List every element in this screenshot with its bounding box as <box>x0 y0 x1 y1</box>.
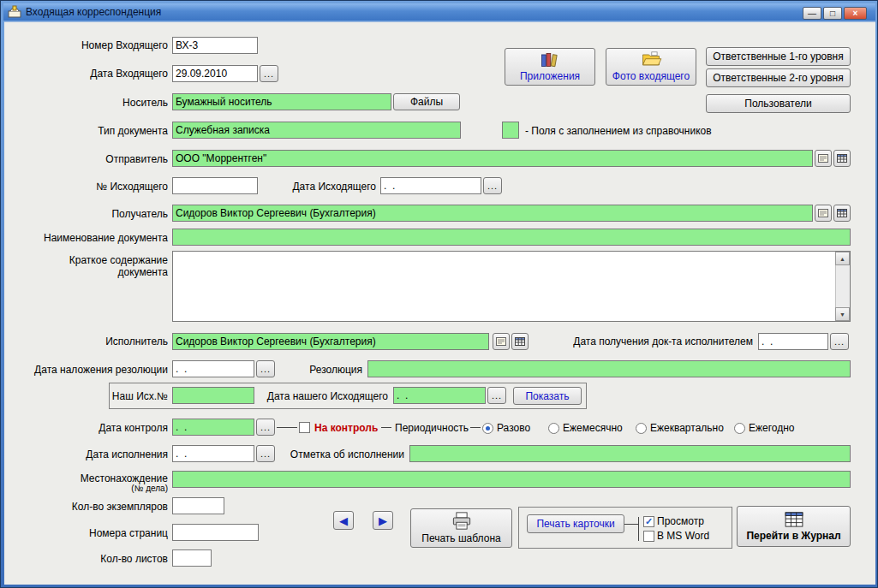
scroll-up-button[interactable]: ▲ <box>835 252 850 265</box>
connector-line <box>470 427 481 428</box>
medium-label: Носитель <box>122 97 168 109</box>
execution-date-browse-button[interactable]: ... <box>256 445 275 462</box>
periodicity-option-quarterly-label[interactable]: Ежеквартально <box>650 422 724 434</box>
next-record-button[interactable]: ▶ <box>373 511 393 530</box>
page-numbers-input[interactable] <box>172 524 259 541</box>
execution-date-input[interactable] <box>172 445 254 462</box>
show-button[interactable]: Показать <box>513 387 582 405</box>
outgoing-date-label: Дата Исходящего <box>292 181 376 193</box>
preview-checkbox[interactable]: ✓ <box>643 516 654 527</box>
copies-count-input[interactable] <box>172 497 224 514</box>
print-template-button-label: Печать шаблона <box>421 532 500 544</box>
attachments-button[interactable]: Приложения <box>505 48 595 86</box>
sender-table-button[interactable] <box>833 150 851 167</box>
folder-photo-icon <box>638 51 664 68</box>
right-arrow-icon: ▶ <box>379 514 387 527</box>
outgoing-date-browse-button[interactable]: ... <box>483 177 502 194</box>
preview-checkbox-label[interactable]: Просмотр <box>657 515 704 527</box>
close-button[interactable]: × <box>844 7 867 20</box>
connector-line <box>381 427 391 428</box>
incoming-date-browse-button[interactable]: ... <box>260 65 278 82</box>
connector-line <box>277 427 297 428</box>
incoming-date-input[interactable] <box>172 65 258 82</box>
responsible-level1-button[interactable]: Ответственные 1-го уровня <box>706 47 851 66</box>
outgoing-date-input[interactable] <box>380 177 481 194</box>
radio-dot-icon <box>486 426 490 431</box>
location-input[interactable] <box>172 471 851 488</box>
summary-textarea[interactable]: ▲ ▼ <box>172 251 851 322</box>
recipient-table-button[interactable] <box>833 205 851 222</box>
sender-input[interactable] <box>172 150 813 167</box>
executor-received-date-input[interactable] <box>758 333 828 350</box>
outgoing-number-input[interactable] <box>172 177 258 194</box>
users-button[interactable]: Пользователи <box>706 94 851 113</box>
execution-date-label: Дата исполнения <box>86 448 168 460</box>
control-date-browse-button[interactable]: ... <box>256 419 275 436</box>
table-icon <box>836 152 848 164</box>
doc-type-input[interactable] <box>172 122 461 139</box>
resolution-date-browse-button[interactable]: ... <box>256 360 275 377</box>
photo-button[interactable]: Фото входящего <box>606 48 696 86</box>
recipient-card-button[interactable] <box>815 205 832 222</box>
legend-color-swatch <box>502 122 519 139</box>
books-icon <box>537 51 563 68</box>
responsible-level2-button[interactable]: Ответственные 2-го уровня <box>706 68 851 87</box>
recipient-input[interactable] <box>172 205 813 222</box>
card-icon <box>817 152 829 164</box>
location-label: Местонахождение <box>81 472 168 484</box>
resolution-input[interactable] <box>367 360 851 377</box>
doc-title-input[interactable] <box>172 229 851 246</box>
print-card-button[interactable]: Печать карточки <box>527 514 624 533</box>
periodicity-option-yearly-label[interactable]: Ежегодно <box>749 422 795 434</box>
attachments-button-label: Приложения <box>520 70 580 82</box>
minimize-button[interactable]: — <box>803 7 821 20</box>
executor-table-button[interactable] <box>511 333 529 350</box>
summary-label-line1: Краткое содержание <box>69 254 168 266</box>
periodicity-radio-monthly[interactable] <box>548 423 559 434</box>
executor-card-button[interactable] <box>493 333 510 350</box>
table-icon <box>836 207 848 219</box>
copies-count-label: Кол-во экземпляров <box>72 501 168 513</box>
periodicity-option-monthly-label[interactable]: Ежемесячно <box>563 422 623 434</box>
sheets-count-input[interactable] <box>172 549 212 567</box>
maximize-button[interactable]: □ <box>823 7 842 20</box>
sender-card-button[interactable] <box>815 150 832 167</box>
on-control-checkbox[interactable] <box>299 422 310 433</box>
incoming-number-input[interactable] <box>172 37 258 54</box>
control-date-input[interactable] <box>172 419 254 436</box>
executor-input[interactable] <box>172 333 489 350</box>
close-icon: × <box>853 9 858 18</box>
execution-mark-label: Отметка об исполнении <box>290 448 404 460</box>
goto-journal-button[interactable]: Перейти в Журнал <box>737 506 851 547</box>
sender-label: Отправитель <box>105 153 168 165</box>
scroll-down-button[interactable]: ▼ <box>835 307 850 321</box>
periodicity-radio-yearly[interactable] <box>734 423 745 434</box>
periodicity-radio-once[interactable] <box>482 423 493 434</box>
execution-mark-input[interactable] <box>409 445 851 462</box>
journal-grid-icon <box>784 512 804 527</box>
our-outgoing-date-browse-button[interactable]: ... <box>487 387 506 404</box>
executor-label: Исполнитель <box>105 336 168 347</box>
medium-input[interactable] <box>172 93 391 110</box>
our-outgoing-number-input[interactable] <box>172 387 254 404</box>
control-date-label: Дата контроля <box>99 422 168 434</box>
executor-received-date-browse-button[interactable]: ... <box>830 333 849 350</box>
scroll-down-icon: ▼ <box>839 312 845 318</box>
ms-word-checkbox[interactable] <box>643 531 654 542</box>
outgoing-number-label: № Исходящего <box>96 181 168 193</box>
connector-line <box>624 524 638 525</box>
card-icon <box>495 336 507 347</box>
minimize-icon: — <box>808 9 816 18</box>
periodicity-option-once-label[interactable]: Разово <box>497 422 530 434</box>
files-button[interactable]: Файлы <box>393 93 460 110</box>
executor-received-date-label: Дата получения док-та исполнителем <box>573 336 753 347</box>
resolution-date-input[interactable] <box>172 360 254 377</box>
left-arrow-icon: ◀ <box>339 514 348 527</box>
maximize-icon: □ <box>830 9 835 18</box>
our-outgoing-date-input[interactable] <box>393 387 486 404</box>
periodicity-radio-quarterly[interactable] <box>636 423 647 434</box>
table-icon <box>514 336 526 347</box>
prev-record-button[interactable]: ◀ <box>333 511 354 530</box>
ms-word-checkbox-label[interactable]: В MS Word <box>657 530 709 542</box>
print-template-button[interactable]: Печать шаблона <box>410 508 512 548</box>
